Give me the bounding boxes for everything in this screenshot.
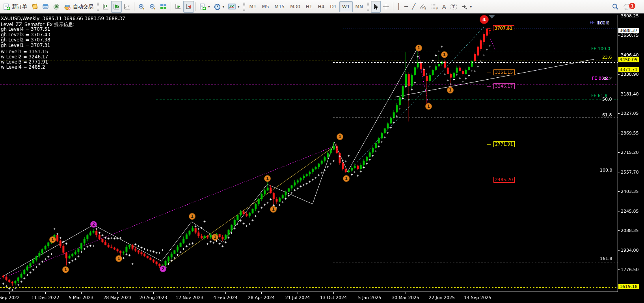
tile-windows-button[interactable] [158,1,169,13]
price-tag[interactable]: 3351.15 [493,69,515,75]
toolbar-grip[interactable] [367,2,369,11]
semafor-1-marker[interactable]: 1 [189,213,195,220]
notifications-button[interactable]: 1 [621,1,638,13]
marker-triangle-icon[interactable] [489,15,495,19]
semafor-1-marker[interactable]: 1 [425,103,432,110]
market-watch-icon [42,4,49,10]
cursor-icon [373,4,379,10]
label-tool-button[interactable]: T [448,1,459,13]
cursor-tool-button[interactable] [371,1,381,13]
market-watch-button[interactable] [40,1,51,13]
semafor-1-marker[interactable]: 1 [49,236,56,243]
price-tag[interactable]: 3707.413707.51 [493,25,514,31]
notification-badge: 1 [629,2,636,9]
timeframe-mn[interactable]: MN [353,1,366,12]
search-icon [612,3,619,10]
time-axis[interactable]: Sep 202211 Dec 20225 Mar 202328 May 2023… [0,292,644,303]
indicators-button[interactable]: ▾ [226,1,242,13]
semafor-1-marker[interactable]: 1 [337,133,343,140]
zoom-in-button[interactable] [136,1,147,13]
chart-shift-button[interactable] [183,1,194,13]
price-axis-label: 2088.35 [621,228,639,233]
semafor-1-marker[interactable]: 1 [115,255,122,262]
templates-button[interactable]: ▾ [197,1,212,13]
timeframe-m15[interactable]: M15 [272,1,288,12]
price-highlight-badge: 3688.37 [618,28,639,33]
toolbar-grip[interactable] [97,2,99,11]
candlestick-chart-button[interactable] [111,1,122,13]
price-axis-label: 2403.35 [621,189,639,194]
semafor-1-marker[interactable]: 1 [264,175,271,182]
trendline-tool-button[interactable]: ╱ [410,1,417,13]
price-axis-label: 1776.50 [621,267,639,272]
search-button[interactable] [610,1,621,13]
semafor-1-marker[interactable]: 1 [447,87,454,94]
low-level1: w Level1 = 3351.15 [1,49,48,54]
equidistant-channel-icon: E [419,4,427,10]
timeframe-m5[interactable]: M5 [259,1,272,12]
timeframe-m1[interactable]: M1 [247,1,259,12]
vertical-line-icon: │ [397,4,400,10]
price-axis-label: 2245.85 [621,209,639,214]
price-axis-label: 2715.20 [621,150,639,155]
zoom-out-button[interactable] [147,1,158,13]
timeframe-h1[interactable]: H1 [303,1,315,12]
chevron-down-icon: ▾ [470,5,472,9]
crosshair-icon [383,4,389,10]
time-axis-label: 20 Aug 2023 [140,295,167,300]
price-axis-label: 3650.75 [621,33,639,38]
crosshair-tool-button[interactable] [381,1,391,13]
price-axis[interactable]: 3808.253650.753496.403338.903181.403027.… [618,15,644,292]
toolbar-grip[interactable] [243,2,245,11]
new-order-label: 新订单 [12,3,27,10]
timeframe-d1[interactable]: D1 [327,1,339,12]
fib-level-label: 100.0 [600,168,612,173]
candlestick-canvas[interactable] [0,15,618,292]
timeframe-h4[interactable]: H4 [315,1,328,12]
vertical-line-tool-button[interactable]: │ [395,1,402,13]
channel-tool-button[interactable]: E [417,1,429,13]
toolbar-separator [195,2,196,11]
fibonacci-tool-button[interactable]: F [429,1,440,13]
auto-scroll-button[interactable] [173,1,183,13]
timeframe-w1[interactable]: W1 [339,1,353,12]
time-axis-tick [442,292,442,294]
template-icon [199,4,206,10]
text-tool-button[interactable]: A [440,1,448,13]
charts-button[interactable] [29,1,40,13]
data-window-button[interactable] [51,1,62,13]
auto-trading-button[interactable]: 自动交易 [62,1,95,13]
price-axis-tick [618,133,620,133]
price-highlight-badge: 3371.71 [618,67,639,72]
fib-level-label: 23.6 [602,55,612,60]
semafor-2-marker[interactable]: 2 [90,221,97,228]
semafor-1-marker[interactable]: 1 [62,266,69,273]
semafor-1-marker[interactable]: 1 [270,206,277,213]
semafor-1-marker[interactable]: 1 [343,175,350,182]
time-axis-label: 28 Apr 2024 [248,295,275,300]
semafor-1-marker[interactable]: 1 [212,234,218,241]
low-level4: w Level4 = 2485.2 [1,64,45,70]
price-tag[interactable]: 2485.20 [493,177,515,183]
time-axis-label: 22 Jun 2025 [429,295,455,300]
main-toolbar: 新订单 自动交易 [0,0,644,14]
bar-chart-button[interactable] [101,1,111,13]
arrows-tool-button[interactable]: ▾ [459,1,474,13]
time-axis-tick [261,292,262,294]
new-order-button[interactable]: 新订单 [2,1,29,13]
price-tag[interactable]: 2771.91 [493,141,515,147]
semafor-1-marker[interactable]: 1 [415,45,422,51]
line-chart-button[interactable] [122,1,132,13]
price-highlight-badge: 1619.18 [618,284,639,289]
horizontal-line-tool-button[interactable]: ─ [402,1,410,13]
period-button[interactable]: ▾ [212,1,227,13]
horizontal-line-icon: ─ [404,4,408,10]
time-axis-tick [298,292,298,294]
timeframe-m30[interactable]: M30 [287,1,303,12]
text-label-icon: T [450,4,457,10]
semafor-2-marker[interactable]: 2 [160,266,166,272]
semafor-4-marker[interactable]: 4 [480,15,489,24]
time-axis-tick [117,292,118,294]
price-tag[interactable]: 3246.17 [493,83,515,89]
semafor-1-marker[interactable]: 1 [441,51,448,58]
